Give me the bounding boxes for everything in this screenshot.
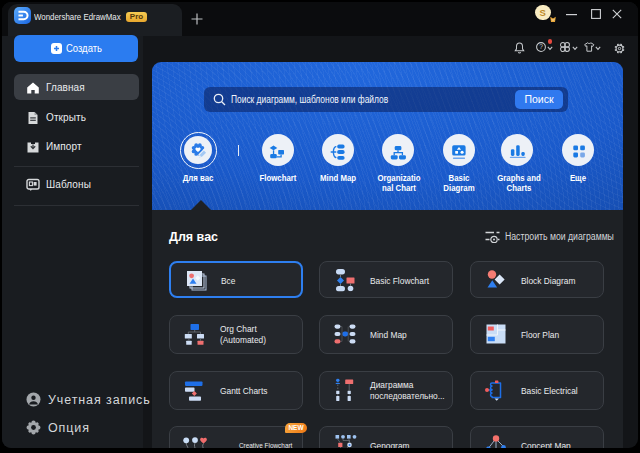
svg-text:?: ? bbox=[539, 43, 543, 50]
